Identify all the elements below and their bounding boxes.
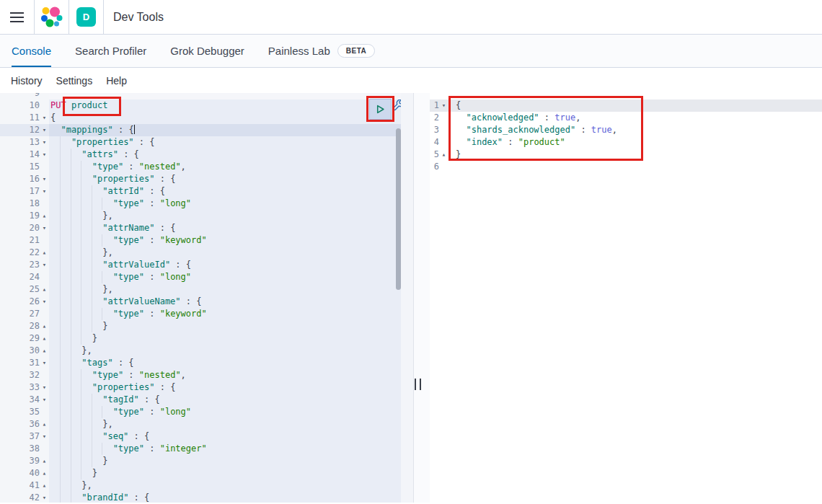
code-text[interactable]: },: [49, 283, 401, 296]
menu-item-history[interactable]: History: [11, 75, 43, 87]
code-text[interactable]: "type" : "keyword": [49, 308, 401, 320]
fold-close-icon[interactable]: ▴: [40, 210, 49, 222]
code-text[interactable]: "type" : "nested",: [49, 369, 401, 381]
menu-item-help[interactable]: Help: [106, 75, 127, 87]
code-text[interactable]: "tagId" : {: [49, 394, 401, 406]
menu-item-settings[interactable]: Settings: [56, 75, 93, 87]
send-request-button[interactable]: [369, 99, 392, 120]
fold-close-icon[interactable]: ▴: [40, 467, 49, 479]
code-line[interactable]: 5▴}: [430, 149, 822, 161]
fold-close-icon[interactable]: ▴: [40, 418, 49, 430]
fold-open-icon[interactable]: ▾: [40, 394, 49, 406]
code-line[interactable]: 20▾ "attrName" : {: [0, 222, 401, 234]
panel-resizer[interactable]: [401, 93, 430, 503]
code-line[interactable]: 34▾ "tagId" : {: [0, 394, 401, 406]
code-text[interactable]: [448, 93, 822, 100]
code-line[interactable]: 38 "type" : "integer": [0, 443, 401, 455]
fold-open-icon[interactable]: ▾: [439, 100, 448, 112]
code-text[interactable]: "type" : "long": [49, 406, 401, 418]
code-line[interactable]: 32 "type" : "nested",: [0, 369, 401, 381]
code-line[interactable]: 2 "acknowledged" : true,: [430, 112, 822, 124]
code-text[interactable]: "type" : "long": [49, 271, 401, 283]
code-text[interactable]: "attrs" : {: [49, 149, 401, 161]
code-text[interactable]: "type" : "integer": [49, 443, 401, 455]
code-line[interactable]: 15 "type" : "nested",: [0, 161, 401, 173]
code-line[interactable]: 40▴ }: [0, 467, 401, 479]
code-line[interactable]: 30▴ },: [0, 345, 401, 357]
code-line[interactable]: 16▾ "properties" : {: [0, 173, 401, 185]
fold-open-icon[interactable]: ▾: [40, 430, 49, 443]
code-line[interactable]: 25▴ },: [0, 283, 401, 296]
code-line[interactable]: 3 "shards_acknowledged" : true,: [430, 124, 822, 136]
code-line[interactable]: 9: [0, 93, 401, 100]
code-text[interactable]: "mappings" : {: [49, 124, 401, 136]
code-text[interactable]: }: [448, 149, 822, 161]
request-options-button[interactable]: [392, 100, 401, 112]
fold-open-icon[interactable]: ▾: [40, 112, 49, 124]
code-line[interactable]: 27 "type" : "keyword": [0, 308, 401, 320]
tab-painless-lab[interactable]: Painless Lab BETA: [268, 35, 375, 67]
code-line[interactable]: 14▾ "attrs" : {: [0, 149, 401, 161]
resize-handle-icon[interactable]: [415, 379, 421, 390]
code-line[interactable]: 22▴ },: [0, 247, 401, 259]
code-text[interactable]: }: [49, 320, 401, 332]
code-line[interactable]: 19▴ },: [0, 210, 401, 222]
editor-scrollbar[interactable]: [396, 128, 401, 290]
fold-close-icon[interactable]: ▴: [40, 320, 49, 332]
fold-close-icon[interactable]: ▴: [40, 479, 49, 492]
code-text[interactable]: "attrValueId" : {: [49, 259, 401, 271]
tab-console[interactable]: Console: [12, 35, 51, 67]
fold-open-icon[interactable]: ▾: [40, 381, 49, 394]
response-viewer[interactable]: 1▾{2 "acknowledged" : true,3 "shards_ack…: [430, 93, 822, 503]
code-text[interactable]: "type" : "keyword": [49, 234, 401, 247]
fold-open-icon[interactable]: ▾: [40, 136, 49, 149]
fold-open-icon[interactable]: ▾: [40, 124, 49, 136]
code-line[interactable]: 18 "type" : "long": [0, 198, 401, 210]
code-text[interactable]: "index" : "product": [448, 136, 822, 149]
code-text[interactable]: "attrValueName" : {: [49, 296, 401, 308]
code-text[interactable]: "properties" : {: [49, 136, 401, 149]
fold-close-icon[interactable]: ▴: [40, 247, 49, 259]
home-logo-button[interactable]: [35, 0, 69, 35]
code-text[interactable]: "attrName" : {: [49, 222, 401, 234]
code-line[interactable]: 10PUT product: [0, 100, 401, 112]
code-line[interactable]: [430, 93, 822, 100]
fold-open-icon[interactable]: ▾: [40, 296, 49, 308]
code-line[interactable]: 28▴ }: [0, 320, 401, 332]
fold-open-icon[interactable]: ▾: [40, 357, 49, 369]
code-line[interactable]: 26▾ "attrValueName" : {: [0, 296, 401, 308]
fold-close-icon[interactable]: ▴: [439, 149, 448, 161]
code-line[interactable]: 4 "index" : "product": [430, 136, 822, 149]
code-line[interactable]: 12▾ "mappings" : {: [0, 124, 401, 136]
code-text[interactable]: "type" : "long": [49, 198, 401, 210]
fold-open-icon[interactable]: ▾: [40, 149, 49, 161]
code-text[interactable]: },: [49, 345, 401, 357]
code-line[interactable]: 33▾ "properties" : {: [0, 381, 401, 394]
code-line[interactable]: 29▴ }: [0, 332, 401, 345]
code-text[interactable]: "attrId" : {: [49, 185, 401, 198]
code-line[interactable]: 1▾{: [430, 100, 822, 112]
code-line[interactable]: 31▾ "tags" : {: [0, 357, 401, 369]
fold-close-icon[interactable]: ▴: [40, 345, 49, 357]
fold-open-icon[interactable]: ▾: [40, 173, 49, 185]
code-text[interactable]: PUT product: [49, 100, 401, 112]
code-line[interactable]: 24 "type" : "long": [0, 271, 401, 283]
code-line[interactable]: 13▾ "properties" : {: [0, 136, 401, 149]
fold-open-icon[interactable]: ▾: [40, 185, 49, 198]
code-text[interactable]: {: [448, 100, 822, 112]
code-text[interactable]: "acknowledged" : true,: [448, 112, 822, 124]
code-text[interactable]: {: [49, 112, 401, 124]
code-text[interactable]: },: [49, 418, 401, 430]
code-text[interactable]: "tags" : {: [49, 357, 401, 369]
code-text[interactable]: "shards_acknowledged" : true,: [448, 124, 822, 136]
code-line[interactable]: 21 "type" : "keyword": [0, 234, 401, 247]
code-text[interactable]: }: [49, 467, 401, 479]
code-text[interactable]: [49, 93, 401, 100]
code-text[interactable]: [448, 161, 822, 173]
code-text[interactable]: "properties" : {: [49, 173, 401, 185]
code-text[interactable]: "seq" : {: [49, 430, 401, 443]
fold-close-icon[interactable]: ▴: [40, 455, 49, 467]
fold-open-icon[interactable]: ▾: [40, 492, 49, 503]
code-text[interactable]: "brandId" : {: [49, 492, 401, 503]
space-selector[interactable]: D: [69, 0, 104, 35]
